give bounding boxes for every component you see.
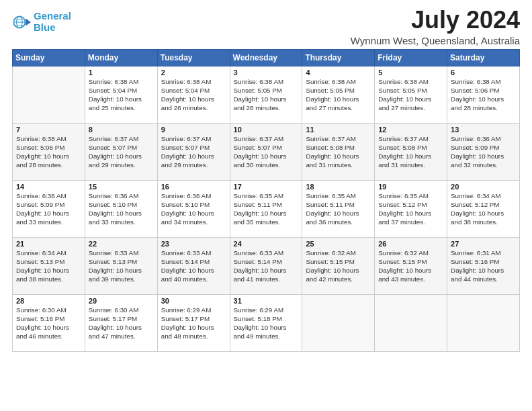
day-info: Sunrise: 6:38 AM Sunset: 5:05 PM Dayligh… [306, 77, 371, 113]
day-number: 25 [306, 240, 371, 248]
day-info: Sunrise: 6:32 AM Sunset: 5:15 PM Dayligh… [378, 248, 443, 284]
day-info: Sunrise: 6:37 AM Sunset: 5:07 PM Dayligh… [89, 134, 154, 170]
title-block: July 2024 Wynnum West, Queensland, Austr… [351, 7, 520, 46]
subtitle: Wynnum West, Queensland, Australia [351, 35, 520, 46]
header: General Blue July 2024 Wynnum West, Quee… [12, 7, 520, 46]
calendar-cell: 23Sunrise: 6:33 AM Sunset: 5:14 PM Dayli… [157, 237, 230, 294]
day-info: Sunrise: 6:38 AM Sunset: 5:06 PM Dayligh… [451, 77, 516, 113]
calendar-cell [302, 294, 375, 351]
calendar-cell [13, 66, 85, 123]
day-number: 15 [89, 183, 154, 191]
day-number: 17 [234, 183, 299, 191]
calendar-week-row: 1Sunrise: 6:38 AM Sunset: 5:04 PM Daylig… [13, 66, 520, 123]
day-info: Sunrise: 6:33 AM Sunset: 5:14 PM Dayligh… [234, 248, 299, 284]
day-info: Sunrise: 6:35 AM Sunset: 5:11 PM Dayligh… [234, 191, 299, 227]
day-number: 9 [161, 126, 226, 134]
day-info: Sunrise: 6:38 AM Sunset: 5:06 PM Dayligh… [16, 134, 81, 170]
calendar-cell: 12Sunrise: 6:37 AM Sunset: 5:08 PM Dayli… [375, 123, 447, 180]
calendar-header-tuesday: Tuesday [157, 49, 230, 66]
day-info: Sunrise: 6:38 AM Sunset: 5:04 PM Dayligh… [89, 77, 154, 113]
calendar-cell: 18Sunrise: 6:35 AM Sunset: 5:11 PM Dayli… [302, 180, 375, 237]
day-info: Sunrise: 6:37 AM Sunset: 5:07 PM Dayligh… [234, 134, 299, 170]
day-number: 2 [161, 68, 226, 77]
calendar-cell: 2Sunrise: 6:38 AM Sunset: 5:04 PM Daylig… [157, 66, 230, 123]
day-info: Sunrise: 6:37 AM Sunset: 5:08 PM Dayligh… [306, 134, 371, 170]
day-info: Sunrise: 6:37 AM Sunset: 5:08 PM Dayligh… [378, 134, 443, 170]
day-number: 30 [161, 297, 226, 305]
calendar-header-sunday: Sunday [13, 49, 85, 66]
calendar-week-row: 21Sunrise: 6:34 AM Sunset: 5:13 PM Dayli… [13, 237, 520, 294]
calendar-cell: 29Sunrise: 6:30 AM Sunset: 5:17 PM Dayli… [85, 294, 157, 351]
day-number: 14 [16, 183, 81, 191]
day-number: 19 [378, 183, 443, 191]
calendar-table: SundayMondayTuesdayWednesdayThursdayFrid… [12, 49, 520, 352]
day-number: 6 [451, 68, 516, 77]
calendar-cell: 21Sunrise: 6:34 AM Sunset: 5:13 PM Dayli… [13, 237, 85, 294]
day-number: 27 [451, 240, 516, 248]
day-info: Sunrise: 6:34 AM Sunset: 5:13 PM Dayligh… [16, 248, 81, 284]
calendar-cell: 25Sunrise: 6:32 AM Sunset: 5:15 PM Dayli… [302, 237, 375, 294]
calendar-cell: 22Sunrise: 6:33 AM Sunset: 5:13 PM Dayli… [85, 237, 157, 294]
day-number: 29 [89, 297, 154, 305]
calendar-header-wednesday: Wednesday [230, 49, 302, 66]
day-number: 3 [234, 68, 299, 77]
day-number: 23 [161, 240, 226, 248]
day-info: Sunrise: 6:36 AM Sunset: 5:10 PM Dayligh… [89, 191, 154, 227]
calendar-cell: 31Sunrise: 6:29 AM Sunset: 5:18 PM Dayli… [230, 294, 302, 351]
calendar-cell: 10Sunrise: 6:37 AM Sunset: 5:07 PM Dayli… [230, 123, 302, 180]
calendar-cell: 20Sunrise: 6:34 AM Sunset: 5:12 PM Dayli… [447, 180, 520, 237]
calendar-header-row: SundayMondayTuesdayWednesdayThursdayFrid… [13, 49, 520, 66]
day-number: 26 [378, 240, 443, 248]
calendar-cell: 5Sunrise: 6:38 AM Sunset: 5:05 PM Daylig… [375, 66, 447, 123]
calendar-cell [375, 294, 447, 351]
main-title: July 2024 [351, 7, 520, 34]
logo-icon [12, 13, 31, 32]
calendar-header-saturday: Saturday [447, 49, 520, 66]
calendar-cell: 9Sunrise: 6:37 AM Sunset: 5:07 PM Daylig… [157, 123, 230, 180]
calendar-cell: 28Sunrise: 6:30 AM Sunset: 5:16 PM Dayli… [13, 294, 85, 351]
day-info: Sunrise: 6:35 AM Sunset: 5:12 PM Dayligh… [378, 191, 443, 227]
logo-general: General [34, 10, 71, 21]
calendar-cell: 8Sunrise: 6:37 AM Sunset: 5:07 PM Daylig… [85, 123, 157, 180]
calendar-cell: 16Sunrise: 6:36 AM Sunset: 5:10 PM Dayli… [157, 180, 230, 237]
calendar-cell: 26Sunrise: 6:32 AM Sunset: 5:15 PM Dayli… [375, 237, 447, 294]
calendar-cell: 15Sunrise: 6:36 AM Sunset: 5:10 PM Dayli… [85, 180, 157, 237]
day-number: 1 [89, 68, 154, 77]
day-info: Sunrise: 6:30 AM Sunset: 5:17 PM Dayligh… [89, 306, 154, 341]
logo: General Blue [12, 11, 71, 33]
day-number: 18 [306, 183, 371, 191]
day-info: Sunrise: 6:29 AM Sunset: 5:18 PM Dayligh… [234, 306, 299, 341]
calendar-week-row: 28Sunrise: 6:30 AM Sunset: 5:16 PM Dayli… [13, 294, 520, 351]
day-info: Sunrise: 6:29 AM Sunset: 5:17 PM Dayligh… [161, 306, 226, 341]
day-info: Sunrise: 6:32 AM Sunset: 5:15 PM Dayligh… [306, 248, 371, 284]
logo-blue: Blue [34, 21, 56, 33]
day-number: 16 [161, 183, 226, 191]
day-info: Sunrise: 6:34 AM Sunset: 5:12 PM Dayligh… [451, 191, 516, 227]
calendar-cell: 6Sunrise: 6:38 AM Sunset: 5:06 PM Daylig… [447, 66, 520, 123]
calendar-week-row: 7Sunrise: 6:38 AM Sunset: 5:06 PM Daylig… [13, 123, 520, 180]
day-info: Sunrise: 6:38 AM Sunset: 5:04 PM Dayligh… [161, 77, 226, 113]
calendar-cell: 11Sunrise: 6:37 AM Sunset: 5:08 PM Dayli… [302, 123, 375, 180]
day-number: 20 [451, 183, 516, 191]
calendar-cell: 13Sunrise: 6:36 AM Sunset: 5:09 PM Dayli… [447, 123, 520, 180]
calendar-header-thursday: Thursday [302, 49, 375, 66]
calendar-cell: 1Sunrise: 6:38 AM Sunset: 5:04 PM Daylig… [85, 66, 157, 123]
day-info: Sunrise: 6:36 AM Sunset: 5:09 PM Dayligh… [16, 191, 81, 227]
calendar-header-monday: Monday [85, 49, 157, 66]
day-number: 28 [16, 297, 81, 305]
calendar-cell: 4Sunrise: 6:38 AM Sunset: 5:05 PM Daylig… [302, 66, 375, 123]
calendar-week-row: 14Sunrise: 6:36 AM Sunset: 5:09 PM Dayli… [13, 180, 520, 237]
day-info: Sunrise: 6:38 AM Sunset: 5:05 PM Dayligh… [378, 77, 443, 113]
day-number: 22 [89, 240, 154, 248]
day-info: Sunrise: 6:33 AM Sunset: 5:14 PM Dayligh… [161, 248, 226, 284]
calendar-cell: 17Sunrise: 6:35 AM Sunset: 5:11 PM Dayli… [230, 180, 302, 237]
day-number: 11 [306, 126, 371, 134]
day-number: 10 [234, 126, 299, 134]
day-info: Sunrise: 6:33 AM Sunset: 5:13 PM Dayligh… [89, 248, 154, 284]
calendar-cell: 14Sunrise: 6:36 AM Sunset: 5:09 PM Dayli… [13, 180, 85, 237]
calendar-cell [447, 294, 520, 351]
calendar-cell: 24Sunrise: 6:33 AM Sunset: 5:14 PM Dayli… [230, 237, 302, 294]
day-info: Sunrise: 6:31 AM Sunset: 5:16 PM Dayligh… [451, 248, 516, 284]
day-info: Sunrise: 6:30 AM Sunset: 5:16 PM Dayligh… [16, 306, 81, 341]
day-number: 24 [234, 240, 299, 248]
